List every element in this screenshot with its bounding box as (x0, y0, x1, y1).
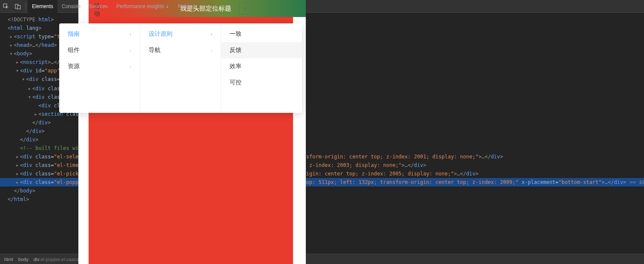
cascader-dropdown: 指南›组件›资源› 设计原则›导航› 一致反馈效率可控 (59, 23, 302, 113)
cascader-item[interactable]: 一致 (221, 26, 302, 42)
cascader-item[interactable]: 资源› (59, 58, 140, 75)
dropdown-arrow-icon[interactable]: ▾ (239, 3, 252, 14)
devtools-tabs: ElementsConsoleSourcesPerformance insigh… (28, 0, 201, 13)
cascader-item[interactable]: 组件› (59, 42, 140, 58)
crumb-item[interactable]: body (18, 257, 29, 262)
cascader-col-3: 一致反馈效率可控 (221, 23, 302, 113)
devtools-toolbar: ElementsConsoleSourcesPerformance insigh… (0, 0, 644, 13)
cascader-col-1: 指南›组件›资源› (59, 23, 140, 113)
device-toggle-icon[interactable] (12, 0, 24, 12)
devtools-tab[interactable]: Network (174, 0, 201, 13)
cascader-item[interactable]: 反馈 (221, 42, 302, 58)
inspect-element-icon[interactable] (0, 0, 12, 12)
cascader-item[interactable]: 效率 (221, 58, 302, 75)
cascader-item[interactable]: 导航› (140, 42, 221, 58)
devtools-tab[interactable]: Elements (28, 0, 58, 13)
devtools-tab[interactable]: Performance insights▲ (112, 0, 174, 13)
devtools-tab[interactable]: Console (58, 0, 85, 13)
cascader-item[interactable]: 指南› (59, 26, 140, 42)
svg-rect-2 (17, 6, 20, 9)
devtools-tab[interactable]: Sources (85, 0, 112, 13)
cascader-item[interactable]: 设计原则› (140, 26, 221, 42)
crumb-item[interactable]: html (4, 257, 13, 262)
cascader-item[interactable]: 可控 (221, 75, 302, 91)
cascader-col-2: 设计原则›导航› (140, 23, 221, 113)
